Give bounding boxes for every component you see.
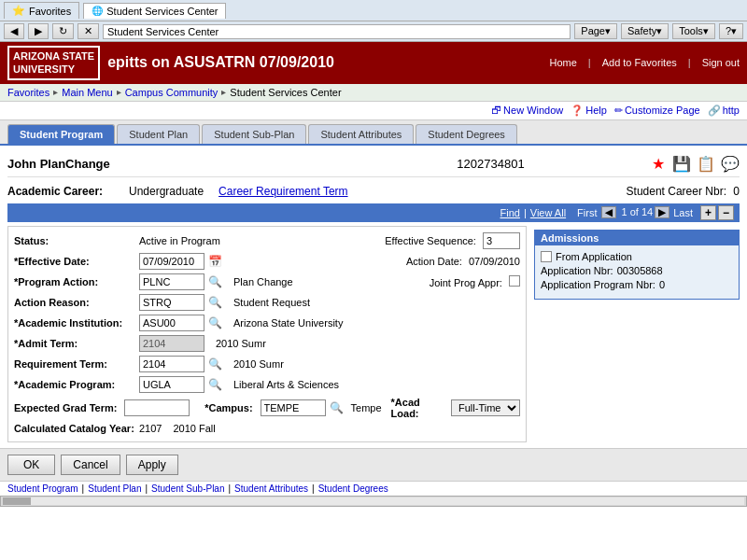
- prev-page-btn[interactable]: ◀: [601, 206, 616, 218]
- new-window-icon: 🗗: [491, 105, 501, 116]
- browser-tab-active[interactable]: 🌐 Student Services Center: [83, 3, 226, 19]
- customize-page-link[interactable]: ✏ Customize Page: [614, 105, 700, 117]
- tab-student-attributes[interactable]: Student Attributes: [308, 124, 414, 144]
- report-icon[interactable]: 📋: [697, 155, 715, 173]
- action-reason-field: 🔍: [139, 294, 222, 311]
- prog-action-input[interactable]: [139, 273, 204, 290]
- pagination-btns: ◀ 1 of 14 ▶: [601, 206, 670, 218]
- acad-program-search-btn[interactable]: 🔍: [208, 378, 222, 391]
- home-link[interactable]: Home: [549, 57, 576, 68]
- from-application-checkbox[interactable]: [541, 251, 552, 262]
- action-date-container: Action Date: 07/09/2010: [406, 256, 520, 267]
- campus-search-btn[interactable]: 🔍: [330, 401, 344, 414]
- admit-term-row: *Admit Term: 2010 Sumr: [14, 335, 520, 352]
- acad-inst-label: *Academic Institution:: [14, 317, 135, 329]
- app-nbr-value: 00305868: [617, 265, 663, 276]
- from-application-label: From Application: [556, 251, 632, 262]
- footer-student-degrees[interactable]: Student Degrees: [318, 483, 388, 494]
- acad-inst-search-btn[interactable]: 🔍: [208, 316, 222, 329]
- cancel-button[interactable]: Cancel: [61, 455, 120, 475]
- breadcrumb-sep3: ▸: [221, 87, 226, 97]
- eff-seq-input[interactable]: [483, 232, 520, 249]
- action-reason-input[interactable]: [139, 294, 204, 311]
- tools-btn[interactable]: Tools▾: [672, 23, 715, 39]
- next-page-btn[interactable]: ▶: [655, 206, 669, 218]
- breadcrumb-main-menu[interactable]: Main Menu: [62, 87, 112, 98]
- footer-student-sub-plan[interactable]: Student Sub-Plan: [151, 483, 224, 494]
- admit-term-input[interactable]: [139, 335, 204, 352]
- acad-load-select[interactable]: Full-Time: [451, 399, 520, 416]
- acad-inst-input[interactable]: [139, 315, 204, 331]
- ok-button[interactable]: OK: [7, 455, 55, 475]
- help-btn[interactable]: ?▾: [719, 23, 743, 39]
- exp-grad-input[interactable]: [124, 399, 190, 416]
- view-all-link[interactable]: View All: [530, 207, 566, 218]
- stop-btn[interactable]: ✕: [78, 23, 99, 39]
- req-term-search-btn[interactable]: 🔍: [208, 357, 222, 371]
- scrollbar-track: [3, 497, 744, 505]
- main-tabs: Student Program Student Plan Student Sub…: [0, 120, 747, 146]
- back-btn[interactable]: ◀: [4, 23, 24, 39]
- tab-student-plan[interactable]: Student Plan: [117, 124, 200, 144]
- app-prog-nbr-label: Application Program Nbr:: [541, 279, 655, 290]
- refresh-btn[interactable]: ↻: [52, 23, 74, 39]
- address-bar[interactable]: [103, 24, 571, 39]
- eff-date-field: 📅: [139, 253, 222, 270]
- acad-inst-field: 🔍: [139, 315, 222, 331]
- tab-student-program[interactable]: Student Program: [7, 124, 115, 144]
- favorite-star-icon[interactable]: ★: [652, 155, 665, 173]
- footer-student-plan[interactable]: Student Plan: [88, 483, 141, 494]
- eff-date-input[interactable]: [139, 253, 204, 270]
- acad-program-row: *Academic Program: 🔍 Liberal Arts & Scie…: [14, 376, 520, 393]
- app-nbr-label: Application Nbr:: [541, 265, 613, 276]
- campus-label: *Campus:: [204, 402, 252, 413]
- tab-student-sub-plan[interactable]: Student Sub-Plan: [202, 124, 306, 144]
- horizontal-scrollbar[interactable]: [0, 496, 747, 507]
- http-label: http: [723, 105, 740, 116]
- add-to-favorites-link[interactable]: Add to Favorites: [602, 57, 677, 68]
- last-label: Last: [673, 207, 693, 218]
- customize-label: Customize Page: [625, 105, 700, 116]
- footer-student-attributes[interactable]: Student Attributes: [234, 483, 308, 494]
- sign-out-link[interactable]: Sign out: [702, 57, 740, 68]
- action-reason-row: Action Reason: 🔍 Student Request: [14, 294, 520, 311]
- safety-btn[interactable]: Safety▾: [621, 23, 669, 39]
- go-btn[interactable]: Page▾: [574, 23, 617, 39]
- favorites-star-icon: ⭐: [12, 5, 25, 17]
- breadcrumb-campus-community[interactable]: Campus Community: [125, 87, 218, 98]
- app-prog-nbr-value: 0: [659, 279, 665, 290]
- acad-program-label: *Academic Program:: [14, 379, 135, 390]
- scrollbar-thumb[interactable]: [3, 497, 31, 505]
- calendar-icon-btn[interactable]: 📅: [208, 255, 222, 268]
- prog-action-desc: Plan Change: [233, 276, 293, 287]
- find-link[interactable]: Find: [500, 207, 520, 218]
- req-term-desc: 2010 Sumr: [233, 358, 284, 370]
- apply-button[interactable]: Apply: [126, 455, 178, 475]
- footer-student-program[interactable]: Student Program: [7, 483, 78, 494]
- app-prog-nbr-row: Application Program Nbr: 0: [541, 279, 733, 290]
- action-reason-search-btn[interactable]: 🔍: [208, 296, 222, 309]
- chat-icon[interactable]: 💬: [721, 155, 740, 173]
- new-window-link[interactable]: 🗗 New Window: [491, 105, 563, 116]
- career-requirement-term-link[interactable]: Career Requirement Term: [218, 185, 348, 198]
- campus-field: 🔍: [261, 399, 344, 416]
- student-name: John PlanChange: [7, 157, 330, 171]
- del-row-btn[interactable]: −: [718, 205, 734, 220]
- http-link[interactable]: 🔗 http: [708, 105, 740, 117]
- campus-input[interactable]: [261, 399, 326, 416]
- current-page: 1: [622, 206, 627, 217]
- joint-prog-checkbox[interactable]: [509, 275, 520, 287]
- browser-tab-favorites[interactable]: ⭐ Favorites: [4, 2, 79, 19]
- add-row-btn[interactable]: +: [700, 205, 716, 220]
- admissions-title: Admissions: [535, 231, 739, 245]
- req-term-input[interactable]: [139, 356, 204, 372]
- forward-btn[interactable]: ▶: [28, 23, 49, 39]
- breadcrumb: Favorites ▸ Main Menu ▸ Campus Community…: [0, 84, 747, 102]
- prog-action-search-btn[interactable]: 🔍: [208, 275, 222, 288]
- acad-program-input[interactable]: [139, 376, 204, 393]
- student-id: 1202734801: [330, 157, 652, 171]
- help-link[interactable]: ❓ Help: [571, 105, 607, 117]
- save-icon[interactable]: 💾: [672, 155, 691, 173]
- breadcrumb-favorites[interactable]: Favorites: [7, 87, 49, 98]
- tab-student-degrees[interactable]: Student Degrees: [416, 124, 517, 144]
